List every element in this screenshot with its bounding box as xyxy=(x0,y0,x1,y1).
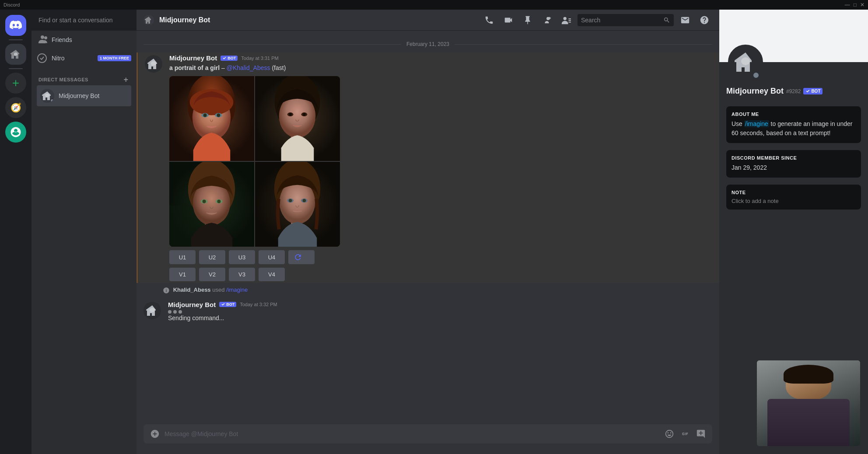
server-divider-2 xyxy=(9,68,23,69)
profile-bot-badge: BOT xyxy=(803,88,822,94)
gif-button[interactable] xyxy=(679,428,691,440)
app-body: + 🧭 Find or start a conversation Friends xyxy=(0,10,868,454)
about-me-text-before: Use xyxy=(732,120,744,127)
minimize-btn[interactable]: — xyxy=(845,2,850,8)
dm-section: DIRECT MESSAGES + Midjourney Bot xyxy=(32,67,136,108)
svg-point-2 xyxy=(45,94,49,97)
main-chat-area: Midjourney Bot xyxy=(136,10,719,454)
note-placeholder[interactable]: Click to add a note xyxy=(732,198,856,204)
search-placeholder-text: Find or start a conversation xyxy=(38,17,113,24)
imagine-command-link[interactable]: /imagine xyxy=(226,286,248,293)
svg-point-3 xyxy=(151,61,156,66)
dm-item-name: Midjourney Bot xyxy=(59,92,99,99)
message-input[interactable] xyxy=(164,430,660,437)
v1-button[interactable]: V1 xyxy=(169,268,196,281)
msg-author-1: Midjourney Bot xyxy=(169,54,217,62)
system-message-1: Khalid_Abess used /imagine xyxy=(136,285,719,296)
msg-avatar-2 xyxy=(144,302,161,319)
u4-button[interactable]: U4 xyxy=(259,250,285,264)
find-conversation-input[interactable]: Find or start a conversation xyxy=(32,10,136,31)
portrait-1 xyxy=(169,76,254,161)
msg-text-2: Sending command... xyxy=(168,310,712,323)
u3-button[interactable]: U3 xyxy=(229,250,255,264)
dm-item-midjourney[interactable]: Midjourney Bot xyxy=(37,85,131,106)
person-hair xyxy=(784,365,833,384)
msg-author-2: Midjourney Bot xyxy=(168,301,216,308)
about-me-text: Use /imagine to generate an image in und… xyxy=(732,119,856,138)
dot-1 xyxy=(168,310,172,314)
svg-point-39 xyxy=(741,57,750,65)
msg-header-2: Midjourney Bot BOT Today at 3:32 PM xyxy=(168,301,712,308)
close-btn[interactable]: ✕ xyxy=(860,2,864,8)
chat-search-box[interactable] xyxy=(578,14,674,26)
refresh-button[interactable] xyxy=(288,250,315,264)
v4-button[interactable]: V4 xyxy=(259,268,285,281)
openai-button[interactable] xyxy=(5,122,26,143)
nitro-badge: 1 MONTH FREE xyxy=(98,55,131,61)
chat-messages-list: February 11, 2023 Midjourney Bot BOT xyxy=(136,31,719,424)
profile-discriminator: #9282 xyxy=(786,88,801,94)
image-cell-3 xyxy=(169,162,254,247)
person-video xyxy=(757,360,860,446)
titlebar: Discord — □ ✕ xyxy=(0,0,868,10)
friends-label: Friends xyxy=(52,36,72,43)
inbox-button[interactable] xyxy=(677,12,693,28)
chat-header: Midjourney Bot xyxy=(136,10,719,31)
image-cell-1 xyxy=(169,76,254,161)
channel-sidebar: Find or start a conversation Friends Nit… xyxy=(32,10,136,454)
member-list-button[interactable] xyxy=(558,12,574,28)
note-section[interactable]: NOTE Click to add a note xyxy=(726,185,861,210)
svg-point-20 xyxy=(303,113,306,116)
v2-button[interactable]: V2 xyxy=(199,268,225,281)
channel-header-name: Midjourney Bot xyxy=(159,16,210,24)
add-friend-button[interactable] xyxy=(539,12,555,28)
svg-point-11 xyxy=(203,114,207,117)
svg-point-29 xyxy=(217,200,220,203)
variation-buttons-row: V1 V2 V3 V4 xyxy=(169,268,712,281)
video-call-button[interactable] xyxy=(500,12,516,28)
video-feed xyxy=(757,360,860,446)
system-msg-text: Khalid_Abess used /imagine xyxy=(173,286,248,293)
u2-button[interactable]: U2 xyxy=(199,250,225,264)
msg-avatar-1 xyxy=(145,55,162,73)
profile-display-name: Midjourney Bot xyxy=(726,87,784,96)
svg-point-38 xyxy=(150,308,155,312)
friends-nav-item[interactable]: Friends xyxy=(33,31,135,49)
portrait-4 xyxy=(255,162,340,247)
add-dm-button[interactable]: + xyxy=(122,76,130,83)
server-divider xyxy=(9,39,23,40)
dot-3 xyxy=(178,310,182,314)
sticker-button[interactable] xyxy=(695,428,707,440)
discord-home-button[interactable] xyxy=(5,15,26,36)
right-panel-profile: Midjourney Bot #9282 BOT ABOUT ME Use /i… xyxy=(719,10,868,454)
midjourney-bot-avatar xyxy=(40,89,54,103)
member-since-section: DISCORD MEMBER SINCE Jan 29, 2022 xyxy=(726,150,861,178)
member-since-date: Jan 29, 2022 xyxy=(732,163,856,172)
chat-input-box xyxy=(144,424,712,444)
note-title: NOTE xyxy=(732,190,856,195)
call-button[interactable] xyxy=(481,12,497,28)
help-button[interactable] xyxy=(696,12,712,28)
portrait-3 xyxy=(169,162,254,247)
server-icon-1[interactable] xyxy=(5,44,26,65)
svg-point-12 xyxy=(217,114,220,117)
attach-button[interactable] xyxy=(149,428,161,440)
dm-status-dot xyxy=(50,98,54,103)
window-controls[interactable]: — □ ✕ xyxy=(845,2,864,8)
friends-icon xyxy=(37,35,47,45)
about-me-section: ABOUT ME Use /imagine to generate an ima… xyxy=(726,106,861,143)
maximize-btn[interactable]: □ xyxy=(854,2,857,8)
v3-button[interactable]: V3 xyxy=(229,268,255,281)
nitro-nav-item[interactable]: Nitro 1 MONTH FREE xyxy=(33,49,135,67)
discover-button[interactable]: 🧭 xyxy=(5,97,26,118)
dm-section-header: DIRECT MESSAGES + xyxy=(35,74,133,85)
emoji-button[interactable] xyxy=(663,428,676,440)
app-title: Discord xyxy=(4,2,20,7)
message-group-2: Midjourney Bot BOT Today at 3:32 PM xyxy=(136,297,719,325)
person-body xyxy=(767,399,850,446)
u1-button[interactable]: U1 xyxy=(169,250,196,264)
msg-content-1: Midjourney Bot BOT Today at 3:31 PM a po… xyxy=(169,54,712,281)
chat-search-input[interactable] xyxy=(581,17,661,24)
pin-button[interactable] xyxy=(520,12,536,28)
add-server-button[interactable]: + xyxy=(5,73,26,94)
